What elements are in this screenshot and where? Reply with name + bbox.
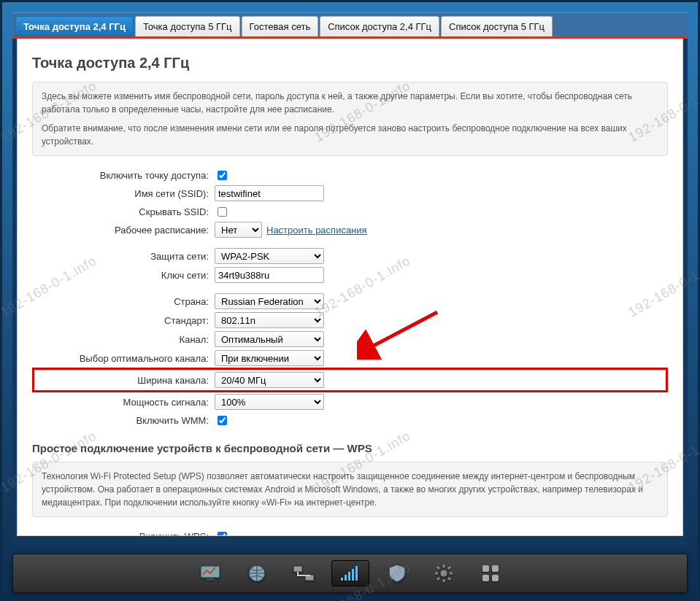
input-key[interactable]	[215, 267, 324, 283]
svg-rect-20	[482, 565, 489, 572]
svg-rect-22	[482, 575, 489, 581]
nav-shield-icon[interactable]	[378, 560, 416, 586]
select-country[interactable]: Russian Federation	[215, 293, 324, 309]
label-country: Страна:	[32, 296, 215, 307]
label-channel-width: Ширина канала:	[34, 375, 215, 386]
tab-ap-2-4[interactable]: Точка доступа 2,4 ГГц	[15, 16, 134, 36]
label-tx-power: Мощность сигнала:	[32, 397, 215, 408]
link-configure-schedule[interactable]: Настроить расписания	[266, 225, 367, 236]
select-optimal-channel[interactable]: При включении	[215, 350, 324, 366]
svg-rect-2	[207, 578, 214, 581]
tab-acl-2-4[interactable]: Список доступа 2,4 ГГц	[320, 16, 439, 36]
svg-rect-10	[355, 566, 358, 581]
svg-rect-21	[492, 565, 499, 572]
bottom-nav	[12, 554, 688, 593]
highlight-channel-width: Ширина канала: 20/40 МГц	[32, 368, 668, 392]
select-security[interactable]: WPA2-PSK	[215, 248, 324, 264]
svg-rect-1	[201, 566, 220, 578]
select-standard[interactable]: 802.11n	[215, 312, 324, 328]
svg-point-11	[440, 570, 447, 577]
select-channel-width[interactable]: 20/40 МГц	[215, 372, 324, 388]
checkbox-wmm[interactable]	[218, 416, 227, 425]
svg-line-19	[448, 567, 450, 569]
tab-ap-5[interactable]: Точка доступа 5 ГГц	[135, 16, 240, 36]
wps-title: Простое подключение устройств к беспрово…	[32, 442, 668, 454]
select-channel[interactable]: Оптимальный	[215, 331, 324, 347]
svg-rect-7	[345, 575, 347, 581]
content-panel: Точка доступа 2,4 ГГц Здесь вы можете из…	[17, 39, 683, 536]
nav-gear-icon[interactable]	[425, 560, 463, 586]
checkbox-enable-wps[interactable]	[218, 532, 227, 537]
tabs-bar: Точка доступа 2,4 ГГц Точка доступа 5 ГГ…	[12, 12, 688, 36]
svg-line-16	[437, 567, 439, 569]
nav-monitor-icon[interactable]	[191, 560, 229, 586]
select-schedule[interactable]: Нет	[215, 222, 262, 238]
nav-network-icon[interactable]	[285, 560, 323, 586]
wps-info-box: Технология Wi-Fi Protected Setup (WPS) п…	[32, 462, 668, 517]
label-enable-wps: Включить WPS:	[32, 531, 215, 537]
label-enable-ap: Включить точку доступа:	[32, 170, 215, 181]
label-ssid: Имя сети (SSID):	[32, 188, 215, 199]
label-channel: Канал:	[32, 334, 215, 345]
svg-rect-8	[348, 572, 350, 581]
label-key: Ключ сети:	[32, 270, 215, 281]
svg-line-17	[448, 578, 450, 580]
svg-line-18	[437, 578, 439, 580]
info-box: Здесь вы можете изменить имя беспроводно…	[32, 82, 668, 156]
nav-globe-icon[interactable]	[238, 560, 276, 586]
nav-wifi-icon[interactable]	[331, 560, 369, 586]
label-hide-ssid: Скрывать SSID:	[32, 206, 215, 217]
page-title: Точка доступа 2,4 ГГц	[32, 55, 668, 71]
label-wmm: Включить WMM:	[32, 415, 215, 426]
svg-rect-9	[352, 569, 354, 581]
label-optimal-channel: Выбор оптимального канала:	[32, 353, 215, 364]
svg-rect-4	[293, 566, 302, 572]
checkbox-hide-ssid[interactable]	[218, 207, 227, 217]
select-tx-power[interactable]: 100%	[215, 394, 324, 410]
label-standard: Стандарт:	[32, 315, 215, 326]
info-text-2: Обратите внимание, что после изменения и…	[42, 122, 658, 148]
svg-rect-6	[341, 578, 343, 581]
svg-rect-23	[492, 575, 499, 581]
label-security: Защита сети:	[32, 251, 215, 262]
input-ssid[interactable]	[215, 185, 324, 201]
nav-apps-icon[interactable]	[472, 560, 509, 586]
tab-acl-5[interactable]: Список доступа 5 ГГц	[441, 16, 553, 36]
tab-guest[interactable]: Гостевая сеть	[242, 16, 319, 36]
label-schedule: Рабочее расписание:	[32, 225, 215, 236]
info-text-1: Здесь вы можете изменить имя беспроводно…	[42, 90, 658, 116]
checkbox-enable-ap[interactable]	[218, 171, 227, 180]
